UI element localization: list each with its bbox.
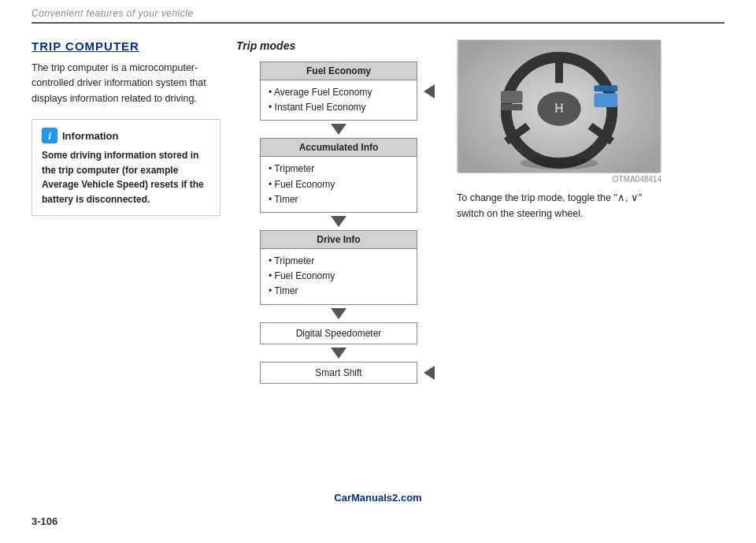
- accumulated-item-3: Timer: [269, 192, 409, 207]
- svg-text:H: H: [554, 102, 563, 115]
- left-arrow-shape: [424, 84, 435, 99]
- flow-box-smart-shift: Smart Shift: [260, 362, 417, 384]
- arrow-2: [331, 216, 346, 227]
- flow-box-drive-info-body: Tripmeter Fuel Economy Timer: [261, 249, 417, 304]
- steering-wheel-image: H: [457, 39, 662, 173]
- flow-box-digital-speedometer: Digital Speedometer: [260, 322, 417, 344]
- flow-box-accumulated-body: Tripmeter Fuel Economy Timer: [261, 157, 417, 212]
- flow-row-smart-shift: Smart Shift: [244, 362, 433, 384]
- flow-row-digital-speedometer: Digital Speedometer: [244, 322, 433, 344]
- flow-box-drive-info-header: Drive Info: [261, 231, 417, 249]
- info-box-title: Information: [62, 130, 119, 142]
- flow-box-fuel-economy: Fuel Economy Average Fuel Economy Instan…: [260, 61, 417, 121]
- section-title: TRIP COMPUTER: [32, 39, 220, 53]
- accumulated-item-1: Tripmeter: [269, 162, 409, 177]
- middle-column: Trip modes Fuel Economy Average Fuel Eco…: [236, 39, 441, 384]
- flow-box-accumulated: Accumulated Info Tripmeter Fuel Economy …: [260, 138, 417, 213]
- flow-row-accumulated: Accumulated Info Tripmeter Fuel Economy …: [244, 138, 433, 213]
- trip-modes-title: Trip modes: [236, 39, 441, 52]
- fuel-economy-side-arrow: [424, 84, 435, 99]
- page-header: Convenient features of your vehicle: [32, 8, 724, 24]
- flow-box-fuel-economy-body: Average Fuel Economy Instant Fuel Econom…: [261, 80, 417, 120]
- watermark: CarManuals2.com: [334, 492, 421, 504]
- smart-shift-side-arrow: [424, 366, 435, 380]
- flow-diagram: Fuel Economy Average Fuel Economy Instan…: [236, 61, 441, 384]
- flow-box-accumulated-header: Accumulated Info: [261, 139, 417, 157]
- flow-row-fuel-economy: Fuel Economy Average Fuel Economy Instan…: [244, 61, 433, 121]
- drive-info-item-1: Tripmeter: [269, 254, 409, 269]
- right-description: To change the trip mode, toggle the "∧, …: [457, 190, 662, 221]
- left-column: TRIP COMPUTER The trip computer is a mic…: [32, 39, 220, 384]
- page-number: 3-106: [32, 515, 57, 527]
- body-text: The trip computer is a microcomputer-con…: [32, 61, 220, 106]
- svg-rect-9: [501, 91, 523, 103]
- flow-box-fuel-economy-header: Fuel Economy: [261, 62, 417, 80]
- svg-rect-8: [594, 85, 617, 91]
- accumulated-item-2: Fuel Economy: [269, 177, 409, 192]
- fuel-economy-item-2: Instant Fuel Economy: [269, 100, 409, 115]
- svg-rect-7: [594, 93, 617, 107]
- image-caption: OTMA048414: [457, 175, 662, 184]
- svg-point-11: [521, 157, 598, 169]
- info-icon: i: [42, 128, 57, 143]
- svg-rect-10: [501, 104, 523, 110]
- arrow-1: [331, 124, 346, 135]
- info-box-header: i Information: [42, 128, 210, 143]
- page-container: Convenient features of your vehicle TRIP…: [0, 0, 756, 407]
- info-box: i Information Some driving information s…: [32, 119, 220, 215]
- header-title: Convenient features of your vehicle: [32, 8, 194, 19]
- left-arrow-shape-2: [424, 366, 435, 380]
- flow-row-drive-info: Drive Info Tripmeter Fuel Economy Timer: [244, 230, 433, 305]
- watermark-text: CarManuals2.com: [334, 492, 421, 504]
- flow-box-drive-info: Drive Info Tripmeter Fuel Economy Timer: [260, 230, 417, 305]
- drive-info-item-2: Fuel Economy: [269, 269, 409, 284]
- info-box-body: Some driving information stored in the t…: [42, 148, 210, 206]
- drive-info-item-3: Timer: [269, 284, 409, 299]
- steering-wheel-svg: H: [458, 40, 661, 173]
- main-content: TRIP COMPUTER The trip computer is a mic…: [32, 39, 724, 384]
- fuel-economy-item-1: Average Fuel Economy: [269, 85, 409, 100]
- arrow-4: [331, 348, 346, 359]
- page-footer: 3-106: [32, 515, 57, 527]
- arrow-3: [331, 308, 346, 319]
- right-column: H OTMA048414 To change the trip mode, to…: [457, 39, 724, 384]
